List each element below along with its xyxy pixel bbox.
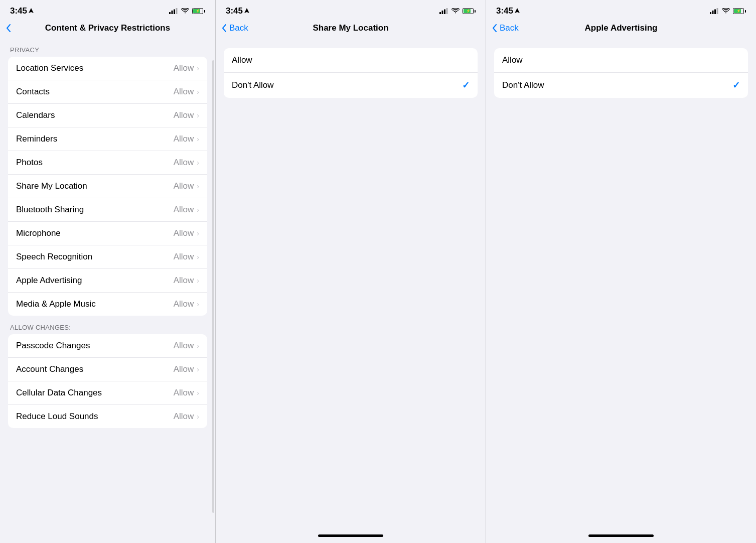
- content-area-2: Allow Don't Allow ✓: [216, 38, 486, 530]
- apple-advertising-label: Apple Advertising: [16, 276, 82, 286]
- chevron-icon: ›: [197, 365, 199, 373]
- passcode-changes-label: Passcode Changes: [16, 341, 90, 351]
- svg-rect-10: [714, 10, 716, 15]
- reminders-value: Allow: [174, 134, 194, 144]
- back-chevron-icon-2: [222, 24, 227, 32]
- back-label-2: Back: [229, 23, 248, 33]
- list-item-photos[interactable]: Photos Allow ›: [8, 151, 207, 175]
- section-label-privacy: PRIVACY: [0, 38, 215, 57]
- wifi-icon-2: [451, 8, 460, 14]
- status-icons-2: ⚡: [439, 8, 476, 14]
- account-changes-label: Account Changes: [16, 364, 83, 374]
- svg-rect-1: [172, 11, 173, 14]
- signal-icon-1: [169, 8, 178, 14]
- option-dont-allow-label-2: Don't Allow: [232, 80, 274, 90]
- apple-advertising-value: Allow: [174, 276, 194, 286]
- list-item-passcode-changes[interactable]: Passcode Changes Allow ›: [8, 334, 207, 358]
- back-button-1[interactable]: [6, 24, 11, 32]
- back-button-3[interactable]: Back: [492, 23, 519, 33]
- options-card-3: Allow Don't Allow ✓: [494, 48, 748, 98]
- list-item-media-music[interactable]: Media & Apple Music Allow ›: [8, 293, 207, 316]
- chevron-icon: ›: [197, 111, 199, 119]
- back-chevron-icon-1: [6, 24, 11, 32]
- svg-rect-7: [446, 8, 448, 14]
- list-item-share-location[interactable]: Share My Location Allow ›: [8, 175, 207, 198]
- home-indicator-2: [216, 530, 486, 543]
- microphone-label: Microphone: [16, 228, 61, 238]
- home-bar-3: [588, 534, 654, 537]
- option-dont-allow-label-3: Don't Allow: [502, 80, 544, 90]
- location-arrow-icon-3: [515, 8, 520, 14]
- panel-content-privacy: 3:45 ⚡: [0, 0, 216, 543]
- photos-value: Allow: [174, 158, 194, 168]
- panel-apple-advertising: 3:45 ⚡: [486, 0, 756, 543]
- reduce-loud-label: Reduce Loud Sounds: [16, 412, 98, 422]
- home-indicator-3: [486, 530, 756, 543]
- calendars-label: Calendars: [16, 110, 55, 120]
- status-time-1: 3:45: [10, 6, 34, 16]
- chevron-icon: ›: [197, 159, 199, 167]
- photos-label: Photos: [16, 158, 43, 168]
- list-item-microphone[interactable]: Microphone Allow ›: [8, 222, 207, 245]
- list-item-apple-advertising[interactable]: Apple Advertising Allow ›: [8, 269, 207, 293]
- svg-rect-3: [176, 8, 178, 14]
- back-chevron-icon-3: [492, 24, 497, 32]
- battery-icon-1: ⚡: [192, 8, 205, 14]
- media-music-value: Allow: [174, 299, 194, 309]
- list-item-account-changes[interactable]: Account Changes Allow ›: [8, 358, 207, 381]
- list-item-reminders[interactable]: Reminders Allow ›: [8, 127, 207, 151]
- chevron-icon: ›: [197, 413, 199, 421]
- battery-icon-3: ⚡: [733, 8, 746, 14]
- svg-rect-5: [442, 11, 443, 14]
- location-arrow-icon-2: [244, 8, 249, 14]
- privacy-list: Location Services Allow › Contacts Allow…: [8, 57, 207, 316]
- back-label-3: Back: [500, 23, 519, 33]
- location-services-label: Location Services: [16, 63, 83, 73]
- calendars-value: Allow: [174, 110, 194, 120]
- cellular-data-value: Allow: [174, 388, 194, 398]
- signal-icon-3: [710, 8, 719, 14]
- reminders-label: Reminders: [16, 134, 57, 144]
- chevron-icon: ›: [197, 277, 199, 285]
- speech-recognition-label: Speech Recognition: [16, 252, 92, 262]
- home-bar-2: [318, 534, 383, 537]
- svg-rect-11: [717, 8, 718, 14]
- list-item-contacts[interactable]: Contacts Allow ›: [8, 80, 207, 104]
- chevron-icon: ›: [197, 300, 199, 308]
- back-button-2[interactable]: Back: [222, 23, 248, 33]
- passcode-changes-value: Allow: [174, 341, 194, 351]
- svg-rect-4: [439, 12, 441, 14]
- option-allow-3[interactable]: Allow: [494, 48, 748, 73]
- share-location-label: Share My Location: [16, 181, 87, 191]
- scrollbar-1[interactable]: [212, 60, 214, 513]
- status-bar-1: 3:45 ⚡: [0, 0, 215, 19]
- svg-rect-2: [174, 10, 175, 15]
- account-changes-value: Allow: [174, 364, 194, 374]
- list-item-reduce-loud[interactable]: Reduce Loud Sounds Allow ›: [8, 405, 207, 428]
- allow-changes-list: Passcode Changes Allow › Account Changes…: [8, 334, 207, 428]
- chevron-icon: ›: [197, 135, 199, 143]
- option-dont-allow-3[interactable]: Don't Allow ✓: [494, 73, 748, 98]
- checkmark-icon-2: ✓: [462, 80, 470, 91]
- status-icons-3: ⚡: [710, 8, 746, 14]
- list-item-speech-recognition[interactable]: Speech Recognition Allow ›: [8, 245, 207, 269]
- chevron-icon: ›: [197, 342, 199, 350]
- svg-rect-8: [710, 12, 711, 14]
- list-item-location-services[interactable]: Location Services Allow ›: [8, 57, 207, 80]
- contacts-value: Allow: [174, 87, 194, 97]
- status-time-3: 3:45: [496, 6, 520, 16]
- option-dont-allow-2[interactable]: Don't Allow ✓: [224, 73, 478, 98]
- chevron-icon: ›: [197, 88, 199, 96]
- list-item-calendars[interactable]: Calendars Allow ›: [8, 104, 207, 127]
- chevron-icon: ›: [197, 389, 199, 397]
- speech-recognition-value: Allow: [174, 252, 194, 262]
- option-allow-2[interactable]: Allow: [224, 48, 478, 73]
- list-item-cellular-data[interactable]: Cellular Data Changes Allow ›: [8, 381, 207, 405]
- wifi-icon-1: [181, 8, 189, 14]
- content-area-1: PRIVACY Location Services Allow › Contac…: [0, 38, 215, 543]
- checkmark-icon-3: ✓: [732, 80, 740, 91]
- nav-title-1: Content & Privacy Restrictions: [45, 23, 170, 33]
- list-item-bluetooth[interactable]: Bluetooth Sharing Allow ›: [8, 198, 207, 222]
- bluetooth-label: Bluetooth Sharing: [16, 205, 84, 215]
- location-services-value: Allow: [174, 63, 194, 73]
